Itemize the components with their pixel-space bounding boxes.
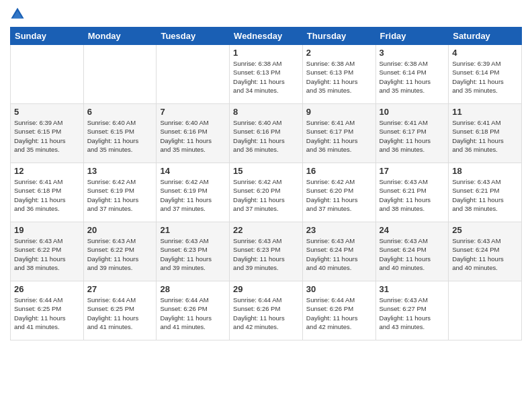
calendar-week-row: 1Sunrise: 6:38 AM Sunset: 6:13 PM Daylig… <box>11 45 522 104</box>
page-header <box>10 7 522 21</box>
day-info: Sunrise: 6:42 AM Sunset: 6:20 PM Dayligh… <box>233 177 299 213</box>
calendar-cell: 4Sunrise: 6:39 AM Sunset: 6:14 PM Daylig… <box>449 45 522 104</box>
day-number: 12 <box>14 166 80 176</box>
day-number: 15 <box>233 166 299 176</box>
day-info: Sunrise: 6:44 AM Sunset: 6:25 PM Dayligh… <box>14 295 80 331</box>
day-number: 9 <box>306 107 372 117</box>
calendar-cell: 26Sunrise: 6:44 AM Sunset: 6:25 PM Dayli… <box>11 281 84 340</box>
calendar-header-row: SundayMondayTuesdayWednesdayThursdayFrid… <box>11 28 522 45</box>
calendar-cell <box>157 45 230 104</box>
day-info: Sunrise: 6:43 AM Sunset: 6:22 PM Dayligh… <box>87 236 153 272</box>
day-info: Sunrise: 6:39 AM Sunset: 6:15 PM Dayligh… <box>14 118 80 154</box>
day-info: Sunrise: 6:43 AM Sunset: 6:24 PM Dayligh… <box>380 236 445 272</box>
calendar-cell: 29Sunrise: 6:44 AM Sunset: 6:26 PM Dayli… <box>230 281 303 340</box>
calendar-day-header: Thursday <box>302 28 375 45</box>
day-number: 3 <box>380 48 445 58</box>
day-info: Sunrise: 6:40 AM Sunset: 6:16 PM Dayligh… <box>160 118 226 154</box>
calendar-cell: 21Sunrise: 6:43 AM Sunset: 6:23 PM Dayli… <box>157 222 230 281</box>
calendar-cell: 31Sunrise: 6:43 AM Sunset: 6:27 PM Dayli… <box>375 281 449 340</box>
calendar-day-header: Saturday <box>449 28 522 45</box>
day-number: 28 <box>160 284 226 294</box>
day-info: Sunrise: 6:43 AM Sunset: 6:24 PM Dayligh… <box>306 236 372 272</box>
day-info: Sunrise: 6:41 AM Sunset: 6:17 PM Dayligh… <box>380 118 445 154</box>
day-info: Sunrise: 6:44 AM Sunset: 6:26 PM Dayligh… <box>160 295 226 331</box>
day-number: 20 <box>87 225 153 235</box>
day-info: Sunrise: 6:42 AM Sunset: 6:19 PM Dayligh… <box>87 177 153 213</box>
calendar-cell: 25Sunrise: 6:43 AM Sunset: 6:24 PM Dayli… <box>449 222 522 281</box>
calendar-day-header: Wednesday <box>230 28 303 45</box>
calendar-cell: 30Sunrise: 6:44 AM Sunset: 6:26 PM Dayli… <box>302 281 375 340</box>
day-info: Sunrise: 6:38 AM Sunset: 6:13 PM Dayligh… <box>233 59 299 95</box>
day-number: 11 <box>452 107 518 117</box>
day-info: Sunrise: 6:41 AM Sunset: 6:18 PM Dayligh… <box>452 118 518 154</box>
day-number: 24 <box>380 225 445 235</box>
day-number: 1 <box>233 48 299 58</box>
calendar-week-row: 19Sunrise: 6:43 AM Sunset: 6:22 PM Dayli… <box>11 222 522 281</box>
day-info: Sunrise: 6:43 AM Sunset: 6:27 PM Dayligh… <box>380 295 445 331</box>
calendar-day-header: Tuesday <box>157 28 230 45</box>
day-number: 16 <box>306 166 372 176</box>
day-info: Sunrise: 6:40 AM Sunset: 6:15 PM Dayligh… <box>87 118 153 154</box>
day-number: 6 <box>87 107 153 117</box>
day-info: Sunrise: 6:39 AM Sunset: 6:14 PM Dayligh… <box>452 59 518 95</box>
day-number: 30 <box>306 284 372 294</box>
day-number: 10 <box>380 107 445 117</box>
day-info: Sunrise: 6:41 AM Sunset: 6:17 PM Dayligh… <box>306 118 372 154</box>
day-number: 2 <box>306 48 372 58</box>
day-info: Sunrise: 6:40 AM Sunset: 6:16 PM Dayligh… <box>233 118 299 154</box>
calendar-cell: 17Sunrise: 6:43 AM Sunset: 6:21 PM Dayli… <box>375 163 449 222</box>
day-info: Sunrise: 6:43 AM Sunset: 6:24 PM Dayligh… <box>452 236 518 272</box>
calendar-cell: 5Sunrise: 6:39 AM Sunset: 6:15 PM Daylig… <box>11 104 84 163</box>
calendar-cell: 24Sunrise: 6:43 AM Sunset: 6:24 PM Dayli… <box>375 222 449 281</box>
day-number: 31 <box>380 284 445 294</box>
day-info: Sunrise: 6:43 AM Sunset: 6:23 PM Dayligh… <box>233 236 299 272</box>
calendar: SundayMondayTuesdayWednesdayThursdayFrid… <box>10 27 522 340</box>
calendar-day-header: Sunday <box>11 28 84 45</box>
calendar-day-header: Friday <box>375 28 449 45</box>
calendar-cell: 10Sunrise: 6:41 AM Sunset: 6:17 PM Dayli… <box>375 104 449 163</box>
calendar-cell: 12Sunrise: 6:41 AM Sunset: 6:18 PM Dayli… <box>11 163 84 222</box>
calendar-cell: 8Sunrise: 6:40 AM Sunset: 6:16 PM Daylig… <box>230 104 303 163</box>
calendar-cell: 3Sunrise: 6:38 AM Sunset: 6:14 PM Daylig… <box>375 45 449 104</box>
day-info: Sunrise: 6:43 AM Sunset: 6:23 PM Dayligh… <box>160 236 226 272</box>
day-info: Sunrise: 6:38 AM Sunset: 6:13 PM Dayligh… <box>306 59 372 95</box>
day-info: Sunrise: 6:42 AM Sunset: 6:19 PM Dayligh… <box>160 177 226 213</box>
calendar-cell: 11Sunrise: 6:41 AM Sunset: 6:18 PM Dayli… <box>449 104 522 163</box>
day-number: 4 <box>452 48 518 58</box>
calendar-week-row: 26Sunrise: 6:44 AM Sunset: 6:25 PM Dayli… <box>11 281 522 340</box>
calendar-cell: 15Sunrise: 6:42 AM Sunset: 6:20 PM Dayli… <box>230 163 303 222</box>
day-info: Sunrise: 6:43 AM Sunset: 6:21 PM Dayligh… <box>452 177 518 213</box>
calendar-cell: 7Sunrise: 6:40 AM Sunset: 6:16 PM Daylig… <box>157 104 230 163</box>
logo-icon <box>10 7 25 21</box>
day-number: 26 <box>14 284 80 294</box>
calendar-cell: 22Sunrise: 6:43 AM Sunset: 6:23 PM Dayli… <box>230 222 303 281</box>
calendar-cell: 6Sunrise: 6:40 AM Sunset: 6:15 PM Daylig… <box>83 104 157 163</box>
calendar-cell: 27Sunrise: 6:44 AM Sunset: 6:25 PM Dayli… <box>83 281 157 340</box>
calendar-cell <box>449 281 522 340</box>
day-number: 18 <box>452 166 518 176</box>
day-number: 13 <box>87 166 153 176</box>
calendar-cell: 28Sunrise: 6:44 AM Sunset: 6:26 PM Dayli… <box>157 281 230 340</box>
calendar-cell: 23Sunrise: 6:43 AM Sunset: 6:24 PM Dayli… <box>302 222 375 281</box>
calendar-cell: 2Sunrise: 6:38 AM Sunset: 6:13 PM Daylig… <box>302 45 375 104</box>
day-number: 17 <box>380 166 445 176</box>
day-number: 8 <box>233 107 299 117</box>
day-info: Sunrise: 6:44 AM Sunset: 6:26 PM Dayligh… <box>306 295 372 331</box>
calendar-cell: 19Sunrise: 6:43 AM Sunset: 6:22 PM Dayli… <box>11 222 84 281</box>
calendar-cell: 20Sunrise: 6:43 AM Sunset: 6:22 PM Dayli… <box>83 222 157 281</box>
calendar-cell: 1Sunrise: 6:38 AM Sunset: 6:13 PM Daylig… <box>230 45 303 104</box>
day-number: 7 <box>160 107 226 117</box>
day-number: 29 <box>233 284 299 294</box>
day-number: 21 <box>160 225 226 235</box>
day-number: 23 <box>306 225 372 235</box>
logo <box>10 7 28 21</box>
day-info: Sunrise: 6:43 AM Sunset: 6:22 PM Dayligh… <box>14 236 80 272</box>
calendar-cell <box>83 45 157 104</box>
calendar-cell: 18Sunrise: 6:43 AM Sunset: 6:21 PM Dayli… <box>449 163 522 222</box>
calendar-day-header: Monday <box>83 28 157 45</box>
day-number: 27 <box>87 284 153 294</box>
calendar-cell: 13Sunrise: 6:42 AM Sunset: 6:19 PM Dayli… <box>83 163 157 222</box>
day-info: Sunrise: 6:42 AM Sunset: 6:20 PM Dayligh… <box>306 177 372 213</box>
day-number: 19 <box>14 225 80 235</box>
day-info: Sunrise: 6:43 AM Sunset: 6:21 PM Dayligh… <box>380 177 445 213</box>
